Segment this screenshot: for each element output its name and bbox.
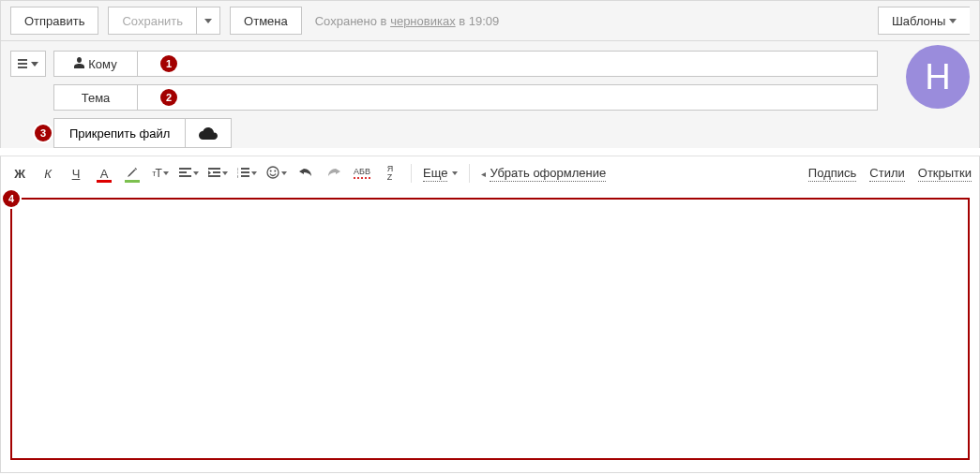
compose-header: Н Кому 1 Тема 2 3 Прикрепить файл xyxy=(0,41,980,148)
to-input[interactable] xyxy=(138,51,878,77)
menu-icon xyxy=(18,59,27,68)
indent-button[interactable] xyxy=(206,162,230,185)
highlight-color-button[interactable] xyxy=(121,162,143,185)
chevron-down-icon xyxy=(949,19,957,23)
annotation-badge-2: 2 xyxy=(160,89,177,106)
to-label-text: Кому xyxy=(88,57,116,71)
subject-input[interactable] xyxy=(138,84,878,111)
translit-button[interactable]: ЯZ xyxy=(379,162,401,185)
drafts-link[interactable]: черновиках xyxy=(390,14,456,28)
redo-button[interactable] xyxy=(323,162,345,185)
annotation-badge-1: 1 xyxy=(160,55,177,72)
chevron-down-icon xyxy=(204,19,212,23)
spellcheck-icon: АБВ xyxy=(354,168,370,179)
postcards-link[interactable]: Открытки xyxy=(918,166,972,182)
align-button[interactable] xyxy=(177,162,201,185)
templates-button-group: Шаблоны xyxy=(878,7,970,35)
bold-button[interactable]: Ж xyxy=(8,162,31,185)
redo-icon xyxy=(327,167,340,181)
undo-icon xyxy=(299,167,312,181)
format-toolbar: Ж К Ч А тТ 123 АБВ ЯZ Еще ◂ Убрать оформ… xyxy=(0,156,980,190)
chevron-left-icon: ◂ xyxy=(481,169,486,179)
right-links: Подпись Стили Открытки xyxy=(808,166,972,182)
attach-row: 3 Прикрепить файл xyxy=(53,118,970,148)
templates-button[interactable]: Шаблоны xyxy=(878,7,970,35)
emoticon-button[interactable] xyxy=(264,162,289,185)
annotation-badge-4: 4 xyxy=(3,190,20,207)
cloud-icon xyxy=(199,127,218,140)
underline-button[interactable]: Ч xyxy=(65,162,87,185)
more-formatting-button[interactable]: Еще xyxy=(421,162,460,185)
list-icon: 123 xyxy=(237,167,249,181)
message-body-input[interactable] xyxy=(10,198,970,460)
send-button[interactable]: Отправить xyxy=(10,7,98,35)
svg-point-3 xyxy=(267,167,279,178)
smile-icon xyxy=(266,166,279,182)
save-status: Сохранено в черновиках в 19:09 xyxy=(315,14,500,28)
font-color-button[interactable]: А xyxy=(93,162,115,185)
undo-button[interactable] xyxy=(294,162,317,185)
svg-text:3: 3 xyxy=(237,174,239,178)
save-dropdown-button[interactable] xyxy=(196,7,220,35)
top-toolbar: Отправить Сохранить Отмена Сохранено в ч… xyxy=(0,0,980,41)
chevron-down-icon xyxy=(31,62,38,67)
styles-link[interactable]: Стили xyxy=(869,166,904,182)
list-button[interactable]: 123 xyxy=(235,162,259,185)
save-button[interactable]: Сохранить xyxy=(108,7,196,35)
separator xyxy=(469,164,470,183)
subject-row: Тема 2 xyxy=(10,84,878,111)
svg-point-4 xyxy=(270,170,272,171)
font-size-button[interactable]: тТ xyxy=(149,162,172,185)
indent-icon xyxy=(208,167,220,181)
attach-file-button[interactable]: Прикрепить файл xyxy=(53,118,186,148)
signature-link[interactable]: Подпись xyxy=(808,166,856,182)
save-button-group: Сохранить xyxy=(108,7,220,35)
recipients-options-button[interactable] xyxy=(10,51,46,77)
to-row: Кому 1 xyxy=(10,51,878,77)
body-wrap: 4 xyxy=(0,190,980,473)
person-icon xyxy=(74,57,84,71)
remove-formatting-button[interactable]: ◂ Убрать оформление xyxy=(479,162,608,185)
svg-point-5 xyxy=(274,170,276,171)
attach-cloud-button[interactable] xyxy=(186,118,232,148)
subject-label-button[interactable]: Тема xyxy=(53,84,138,111)
subject-label-text: Тема xyxy=(82,91,111,105)
spellcheck-button[interactable]: АБВ xyxy=(351,162,373,185)
annotation-badge-3: 3 xyxy=(35,125,52,141)
to-label-button[interactable]: Кому xyxy=(53,51,138,77)
avatar: Н xyxy=(906,45,970,109)
italic-button[interactable]: К xyxy=(37,162,59,185)
align-left-icon xyxy=(179,167,191,181)
separator xyxy=(411,164,412,183)
attach-button-group: Прикрепить файл xyxy=(53,118,232,148)
cancel-button[interactable]: Отмена xyxy=(230,7,302,35)
marker-icon xyxy=(127,167,138,181)
translit-icon: ЯZ xyxy=(387,165,394,182)
